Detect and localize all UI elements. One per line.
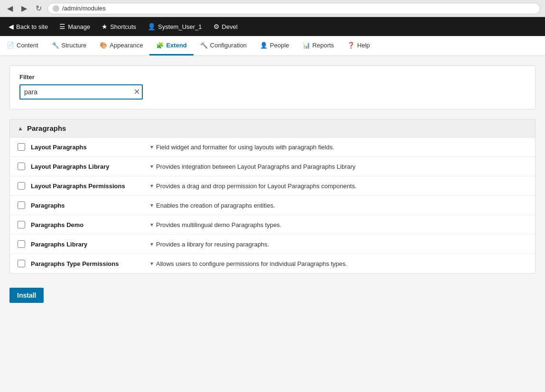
structure-label: Structure (62, 42, 87, 49)
table-row: Paragraphs Type Permissions ▾ Allows use… (10, 254, 535, 273)
module-name: Layout Paragraphs Permissions (31, 182, 125, 190)
tab-people[interactable]: 👤 People (253, 36, 296, 55)
module-name-col: Paragraphs Library (31, 240, 145, 248)
module-desc-col: ▾ Provides multilingual demo Paragraphs … (150, 221, 527, 228)
module-name-col: Layout Paragraphs Permissions (31, 182, 145, 190)
section-chevron-icon: ▲ (18, 125, 23, 132)
forward-nav-button[interactable]: ▶ (19, 3, 29, 14)
tab-appearance[interactable]: 🎨 Appearance (93, 36, 149, 55)
module-name: Paragraphs Library (31, 241, 87, 248)
gear-icon: ⚙ (213, 23, 220, 30)
module-expand-button[interactable]: ▾ (150, 202, 153, 209)
module-desc-col: ▾ Allows users to configure permissions … (150, 260, 527, 267)
table-row: Layout Paragraphs Permissions ▾ Provides… (10, 176, 535, 196)
content-label: Content (17, 42, 38, 49)
back-nav-button[interactable]: ◀ (5, 3, 15, 14)
appearance-label: Appearance (110, 42, 143, 49)
module-name: Paragraphs Demo (31, 221, 83, 228)
shortcuts-label: Shortcuts (110, 23, 136, 30)
browser-bar: ◀ ▶ ↻ /admin/modules (0, 0, 545, 17)
table-row: Layout Paragraphs Library ▾ Provides int… (10, 157, 535, 176)
filter-input-wrapper: ✕ (19, 84, 143, 100)
star-icon: ★ (102, 23, 108, 30)
configuration-icon: 🔨 (200, 42, 208, 49)
tab-configuration[interactable]: 🔨 Configuration (194, 36, 253, 55)
filter-input[interactable] (19, 84, 143, 100)
structure-icon: 🔧 (52, 42, 59, 49)
help-icon: ❓ (347, 42, 355, 49)
reload-nav-button[interactable]: ↻ (33, 3, 44, 14)
module-desc-col: ▾ Provides integration between Layout Pa… (150, 163, 527, 170)
module-name-col: Paragraphs Type Permissions (31, 260, 145, 267)
arrow-left-icon: ◀ (9, 23, 14, 30)
people-icon: 👤 (260, 42, 268, 49)
help-label: Help (357, 42, 370, 49)
module-description: Provides integration between Layout Para… (156, 163, 356, 170)
module-checkbox[interactable] (18, 182, 25, 190)
url-text: /admin/modules (62, 5, 106, 12)
devel-menu-button[interactable]: ⚙ Devel (209, 17, 242, 36)
manage-menu-button[interactable]: ☰ Manage (55, 17, 95, 36)
user-menu-button[interactable]: 👤 System_User_1 (143, 17, 206, 36)
module-checkbox[interactable] (18, 201, 25, 209)
main-content: Filter ✕ ▲ Paragraphs Layout Paragraphs … (0, 56, 545, 392)
table-row: Paragraphs Library ▾ Provides a library … (10, 235, 535, 254)
table-row: Paragraphs Demo ▾ Provides multilingual … (10, 215, 535, 235)
module-description: Provides a library for reusing paragraph… (156, 241, 269, 248)
content-icon: 📄 (7, 42, 14, 49)
module-name-col: Layout Paragraphs (31, 143, 145, 151)
module-desc-col: ▾ Provides a library for reusing paragra… (150, 241, 527, 248)
module-description: Field widget and formatter for using lay… (156, 144, 334, 151)
filter-clear-button[interactable]: ✕ (134, 88, 140, 96)
back-to-site-button[interactable]: ◀ Back to site (4, 17, 53, 36)
module-expand-button[interactable]: ▾ (150, 163, 153, 170)
section-title: Paragraphs (27, 124, 66, 132)
module-rows-container: Layout Paragraphs ▾ Field widget and for… (10, 137, 535, 273)
module-expand-button[interactable]: ▾ (150, 144, 153, 150)
module-section-header[interactable]: ▲ Paragraphs (10, 119, 535, 137)
filter-section: Filter ✕ (9, 65, 536, 109)
module-desc-col: ▾ Field widget and formatter for using l… (150, 144, 527, 151)
tab-content[interactable]: 📄 Content (0, 36, 45, 55)
module-desc-col: ▾ Provides a drag and drop permission fo… (150, 182, 527, 190)
appearance-icon: 🎨 (100, 42, 107, 49)
install-button[interactable]: Install (9, 288, 44, 303)
module-description: Enables the creation of paragraphs entit… (156, 202, 275, 209)
module-checkbox[interactable] (18, 163, 25, 170)
back-to-site-label: Back to site (16, 23, 48, 30)
configuration-label: Configuration (210, 42, 247, 49)
url-security-icon (53, 5, 59, 12)
module-name: Layout Paragraphs (31, 144, 87, 151)
module-checkbox[interactable] (18, 240, 25, 248)
module-name: Layout Paragraphs Library (31, 163, 109, 170)
admin-bar: ◀ Back to site ☰ Manage ★ Shortcuts 👤 Sy… (0, 17, 545, 36)
module-checkbox[interactable] (18, 221, 25, 228)
reports-icon: 📊 (303, 42, 310, 49)
secondary-nav: 📄 Content 🔧 Structure 🎨 Appearance 🧩 Ext… (0, 36, 545, 56)
module-name-col: Paragraphs (31, 201, 145, 209)
table-row: Layout Paragraphs ▾ Field widget and for… (10, 137, 535, 157)
module-expand-button[interactable]: ▾ (150, 260, 153, 267)
module-checkbox[interactable] (18, 260, 25, 267)
tab-extend[interactable]: 🧩 Extend (149, 36, 193, 55)
tab-reports[interactable]: 📊 Reports (296, 36, 341, 55)
tab-help[interactable]: ❓ Help (341, 36, 377, 55)
extend-icon: 🧩 (156, 42, 164, 49)
module-checkbox[interactable] (18, 143, 25, 151)
module-expand-button[interactable]: ▾ (150, 182, 153, 189)
module-expand-button[interactable]: ▾ (150, 221, 153, 228)
module-description: Provides a drag and drop permission for … (156, 182, 357, 190)
reports-label: Reports (313, 42, 334, 49)
extend-label: Extend (166, 42, 186, 49)
module-description: Allows users to configure permissions fo… (156, 260, 347, 267)
module-section-paragraphs: ▲ Paragraphs Layout Paragraphs ▾ Field w… (9, 119, 536, 273)
module-description: Provides multilingual demo Paragraphs ty… (156, 221, 281, 228)
module-desc-col: ▾ Enables the creation of paragraphs ent… (150, 202, 527, 209)
url-bar[interactable]: /admin/modules (47, 3, 540, 14)
table-row: Paragraphs ▾ Enables the creation of par… (10, 196, 535, 215)
shortcuts-button[interactable]: ★ Shortcuts (97, 17, 141, 36)
module-expand-button[interactable]: ▾ (150, 241, 153, 247)
menu-icon: ☰ (59, 23, 65, 30)
devel-label: Devel (222, 23, 238, 30)
tab-structure[interactable]: 🔧 Structure (45, 36, 93, 55)
